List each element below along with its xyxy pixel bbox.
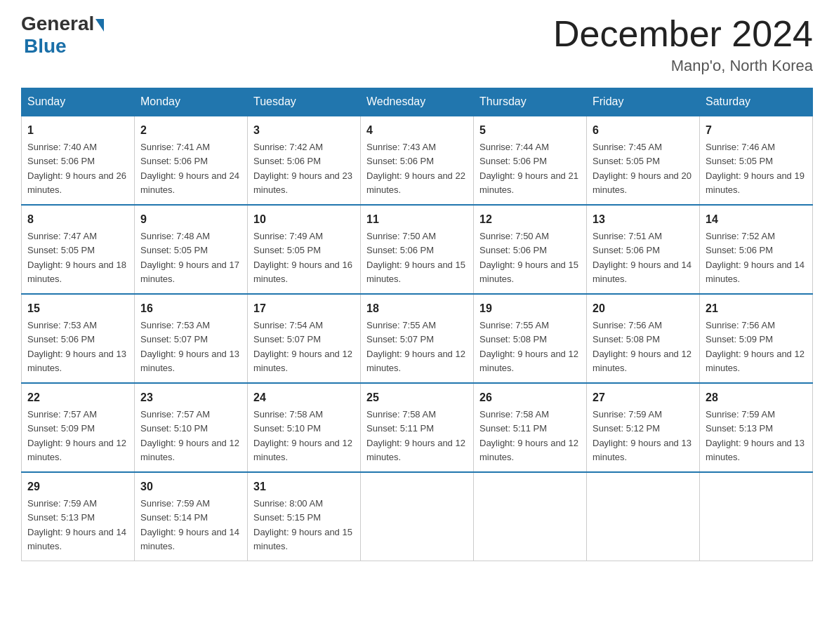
day-info: Sunrise: 7:59 AMSunset: 5:13 PMDaylight:… [27, 498, 126, 551]
day-number: 27 [593, 389, 694, 406]
calendar-cell: 26Sunrise: 7:58 AMSunset: 5:11 PMDayligh… [474, 383, 587, 472]
header-tuesday: Tuesday [248, 88, 361, 116]
day-number: 29 [27, 478, 128, 495]
day-info: Sunrise: 7:41 AMSunset: 5:06 PMDaylight:… [140, 142, 239, 195]
day-info: Sunrise: 7:54 AMSunset: 5:07 PMDaylight:… [253, 320, 352, 373]
logo-general-text: General [21, 14, 94, 34]
day-info: Sunrise: 7:58 AMSunset: 5:11 PMDaylight:… [366, 409, 465, 462]
calendar-cell [361, 472, 474, 561]
calendar-cell: 10Sunrise: 7:49 AMSunset: 5:05 PMDayligh… [248, 205, 361, 294]
day-number: 20 [593, 300, 694, 317]
day-info: Sunrise: 7:59 AMSunset: 5:13 PMDaylight:… [706, 409, 805, 462]
calendar-week-row: 1Sunrise: 7:40 AMSunset: 5:06 PMDaylight… [22, 116, 813, 205]
calendar-cell: 28Sunrise: 7:59 AMSunset: 5:13 PMDayligh… [700, 383, 813, 472]
day-info: Sunrise: 7:43 AMSunset: 5:06 PMDaylight:… [366, 142, 465, 195]
calendar-location: Manp'o, North Korea [553, 57, 813, 75]
day-number: 11 [366, 211, 468, 228]
day-number: 24 [253, 389, 355, 406]
calendar-cell: 23Sunrise: 7:57 AMSunset: 5:10 PMDayligh… [135, 383, 248, 472]
day-number: 8 [27, 211, 128, 228]
calendar-cell: 13Sunrise: 7:51 AMSunset: 5:06 PMDayligh… [587, 205, 700, 294]
calendar-cell: 20Sunrise: 7:56 AMSunset: 5:08 PMDayligh… [587, 294, 700, 383]
logo-blue-text: Blue [24, 35, 67, 58]
calendar-cell: 4Sunrise: 7:43 AMSunset: 5:06 PMDaylight… [361, 116, 474, 205]
day-info: Sunrise: 7:42 AMSunset: 5:06 PMDaylight:… [253, 142, 352, 195]
day-number: 5 [479, 122, 581, 139]
logo: General Blue [21, 14, 104, 58]
day-info: Sunrise: 7:52 AMSunset: 5:06 PMDaylight:… [706, 231, 805, 284]
calendar-cell: 21Sunrise: 7:56 AMSunset: 5:09 PMDayligh… [700, 294, 813, 383]
calendar-week-row: 22Sunrise: 7:57 AMSunset: 5:09 PMDayligh… [22, 383, 813, 472]
day-info: Sunrise: 7:44 AMSunset: 5:06 PMDaylight:… [479, 142, 578, 195]
day-number: 12 [479, 211, 581, 228]
day-info: Sunrise: 7:48 AMSunset: 5:05 PMDaylight:… [140, 231, 239, 284]
calendar-cell [587, 472, 700, 561]
calendar-cell: 1Sunrise: 7:40 AMSunset: 5:06 PMDaylight… [22, 116, 135, 205]
day-info: Sunrise: 7:58 AMSunset: 5:10 PMDaylight:… [253, 409, 352, 462]
day-number: 30 [140, 478, 241, 495]
logo-triangle-icon [95, 19, 104, 32]
calendar-cell: 11Sunrise: 7:50 AMSunset: 5:06 PMDayligh… [361, 205, 474, 294]
calendar-cell [474, 472, 587, 561]
page-header: General Blue December 2024 Manp'o, North… [21, 14, 813, 75]
day-info: Sunrise: 7:57 AMSunset: 5:10 PMDaylight:… [140, 409, 239, 462]
header-sunday: Sunday [22, 88, 135, 116]
header-monday: Monday [135, 88, 248, 116]
title-area: December 2024 Manp'o, North Korea [553, 14, 813, 75]
calendar-table: SundayMondayTuesdayWednesdayThursdayFrid… [21, 88, 813, 561]
calendar-cell: 29Sunrise: 7:59 AMSunset: 5:13 PMDayligh… [22, 472, 135, 561]
day-number: 2 [140, 122, 241, 139]
day-info: Sunrise: 7:59 AMSunset: 5:12 PMDaylight:… [593, 409, 691, 462]
day-info: Sunrise: 7:58 AMSunset: 5:11 PMDaylight:… [479, 409, 578, 462]
day-number: 18 [366, 300, 468, 317]
header-friday: Friday [587, 88, 700, 116]
day-number: 10 [253, 211, 355, 228]
calendar-cell: 12Sunrise: 7:50 AMSunset: 5:06 PMDayligh… [474, 205, 587, 294]
header-thursday: Thursday [474, 88, 587, 116]
day-info: Sunrise: 7:53 AMSunset: 5:06 PMDaylight:… [27, 320, 126, 373]
day-info: Sunrise: 7:56 AMSunset: 5:08 PMDaylight:… [593, 320, 691, 373]
day-number: 4 [366, 122, 468, 139]
calendar-week-row: 29Sunrise: 7:59 AMSunset: 5:13 PMDayligh… [22, 472, 813, 561]
calendar-title: December 2024 [553, 14, 813, 54]
calendar-cell: 18Sunrise: 7:55 AMSunset: 5:07 PMDayligh… [361, 294, 474, 383]
day-info: Sunrise: 7:55 AMSunset: 5:08 PMDaylight:… [479, 320, 578, 373]
day-info: Sunrise: 7:50 AMSunset: 5:06 PMDaylight:… [366, 231, 465, 284]
day-info: Sunrise: 7:50 AMSunset: 5:06 PMDaylight:… [479, 231, 578, 284]
day-info: Sunrise: 7:47 AMSunset: 5:05 PMDaylight:… [27, 231, 126, 284]
calendar-cell: 5Sunrise: 7:44 AMSunset: 5:06 PMDaylight… [474, 116, 587, 205]
calendar-cell: 31Sunrise: 8:00 AMSunset: 5:15 PMDayligh… [248, 472, 361, 561]
day-info: Sunrise: 8:00 AMSunset: 5:15 PMDaylight:… [253, 498, 352, 551]
day-info: Sunrise: 7:55 AMSunset: 5:07 PMDaylight:… [366, 320, 465, 373]
calendar-cell: 3Sunrise: 7:42 AMSunset: 5:06 PMDaylight… [248, 116, 361, 205]
day-info: Sunrise: 7:46 AMSunset: 5:05 PMDaylight:… [706, 142, 805, 195]
calendar-cell: 16Sunrise: 7:53 AMSunset: 5:07 PMDayligh… [135, 294, 248, 383]
day-number: 31 [253, 478, 355, 495]
day-number: 15 [27, 300, 128, 317]
day-info: Sunrise: 7:57 AMSunset: 5:09 PMDaylight:… [27, 409, 126, 462]
calendar-cell: 6Sunrise: 7:45 AMSunset: 5:05 PMDaylight… [587, 116, 700, 205]
calendar-cell [700, 472, 813, 561]
calendar-cell: 9Sunrise: 7:48 AMSunset: 5:05 PMDaylight… [135, 205, 248, 294]
calendar-cell: 24Sunrise: 7:58 AMSunset: 5:10 PMDayligh… [248, 383, 361, 472]
header-saturday: Saturday [700, 88, 813, 116]
day-info: Sunrise: 7:49 AMSunset: 5:05 PMDaylight:… [253, 231, 352, 284]
day-number: 19 [479, 300, 581, 317]
day-info: Sunrise: 7:51 AMSunset: 5:06 PMDaylight:… [593, 231, 691, 284]
calendar-cell: 27Sunrise: 7:59 AMSunset: 5:12 PMDayligh… [587, 383, 700, 472]
day-info: Sunrise: 7:53 AMSunset: 5:07 PMDaylight:… [140, 320, 239, 373]
calendar-cell: 25Sunrise: 7:58 AMSunset: 5:11 PMDayligh… [361, 383, 474, 472]
calendar-cell: 30Sunrise: 7:59 AMSunset: 5:14 PMDayligh… [135, 472, 248, 561]
calendar-cell: 15Sunrise: 7:53 AMSunset: 5:06 PMDayligh… [22, 294, 135, 383]
day-number: 23 [140, 389, 241, 406]
calendar-cell: 22Sunrise: 7:57 AMSunset: 5:09 PMDayligh… [22, 383, 135, 472]
calendar-cell: 8Sunrise: 7:47 AMSunset: 5:05 PMDaylight… [22, 205, 135, 294]
day-number: 6 [593, 122, 694, 139]
day-number: 16 [140, 300, 241, 317]
day-number: 25 [366, 389, 468, 406]
day-number: 3 [253, 122, 355, 139]
day-number: 14 [706, 211, 807, 228]
day-info: Sunrise: 7:56 AMSunset: 5:09 PMDaylight:… [706, 320, 805, 373]
day-number: 13 [593, 211, 694, 228]
day-number: 28 [706, 389, 807, 406]
